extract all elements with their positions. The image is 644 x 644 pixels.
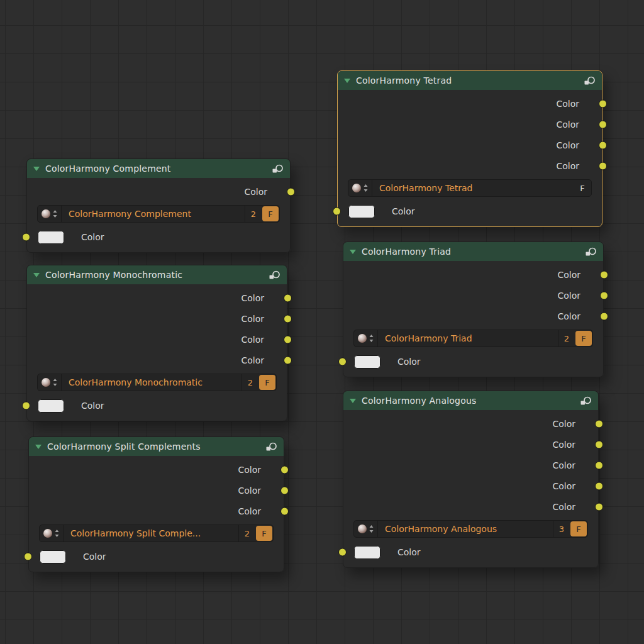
collapse-triangle-icon[interactable] <box>350 250 356 254</box>
fake-user-button[interactable]: F <box>570 521 587 536</box>
output-label: Color <box>556 140 579 150</box>
output-row: Color <box>343 413 598 434</box>
output-socket-color[interactable] <box>600 270 608 279</box>
user-count-button[interactable]: 3 <box>553 521 570 537</box>
node-outputs: Color Color Color <box>343 264 603 326</box>
output-socket-color[interactable] <box>284 294 292 302</box>
group-name-field[interactable]: ColorHarmony Monochromatic <box>62 374 242 391</box>
user-count-button[interactable]: 2 <box>238 525 255 541</box>
color-swatch[interactable] <box>40 550 66 564</box>
output-label: Color <box>556 161 579 171</box>
output-row: Color <box>27 287 287 308</box>
fake-user-button[interactable]: F <box>262 206 279 221</box>
group-name-field[interactable]: ColorHarmony Complement <box>62 206 245 222</box>
input-socket-color[interactable] <box>22 402 30 410</box>
browse-id-button[interactable] <box>348 180 372 196</box>
node-analogous[interactable]: ColorHarmony Analogous Color Color Color <box>343 391 599 568</box>
output-socket-color[interactable] <box>595 461 603 469</box>
output-row: Color <box>343 496 598 517</box>
node-complement[interactable]: ColorHarmony Complement Color <box>26 158 291 253</box>
collapse-triangle-icon[interactable] <box>344 79 350 83</box>
output-socket-color[interactable] <box>287 187 295 196</box>
node-split-complements[interactable]: ColorHarmony Split Complements Color Col… <box>28 436 284 572</box>
browse-chevrons-icon <box>369 524 374 534</box>
node-header[interactable]: ColorHarmony Tetrad <box>338 71 602 90</box>
collapse-triangle-icon[interactable] <box>33 167 40 171</box>
output-label: Color <box>552 502 575 512</box>
fake-user-button[interactable]: F <box>574 180 591 196</box>
output-socket-color[interactable] <box>599 99 607 108</box>
node-group-icon <box>580 396 592 406</box>
input-socket-color[interactable] <box>22 233 30 242</box>
fake-user-button[interactable]: F <box>259 375 275 390</box>
browse-id-button[interactable] <box>38 206 62 222</box>
output-socket-color[interactable] <box>284 356 292 364</box>
output-socket-color[interactable] <box>595 502 603 511</box>
output-label: Color <box>238 465 261 475</box>
input-socket-color[interactable] <box>24 553 32 561</box>
collapse-triangle-icon[interactable] <box>35 445 42 449</box>
collapse-triangle-icon[interactable] <box>33 273 40 277</box>
output-socket-color[interactable] <box>595 440 603 448</box>
input-socket-color[interactable] <box>333 208 341 216</box>
user-count-button[interactable]: 2 <box>245 206 262 222</box>
node-group-selector: ColorHarmony Complement 2 F <box>37 205 280 223</box>
output-socket-color[interactable] <box>284 335 292 343</box>
browse-id-button[interactable] <box>38 374 62 391</box>
output-socket-color[interactable] <box>600 291 608 299</box>
output-socket-color[interactable] <box>280 486 289 494</box>
node-outputs: Color Color Color Color <box>338 93 602 176</box>
output-row: Color <box>29 480 284 501</box>
browse-chevrons-icon <box>363 183 369 193</box>
user-count-button[interactable]: 2 <box>558 330 575 347</box>
group-name-field[interactable]: ColorHarmony Tetrad <box>372 180 574 196</box>
browse-id-button[interactable] <box>354 521 378 537</box>
output-socket-color[interactable] <box>595 419 603 428</box>
output-socket-color[interactable] <box>599 162 607 170</box>
node-group-selector: ColorHarmony Monochromatic 2 F <box>37 374 277 391</box>
color-swatch[interactable] <box>354 355 380 369</box>
node-triad[interactable]: ColorHarmony Triad Color Color Color <box>343 242 604 377</box>
node-header[interactable]: ColorHarmony Triad <box>343 242 603 261</box>
node-header[interactable]: ColorHarmony Monochromatic <box>27 265 287 284</box>
input-socket-color[interactable] <box>338 548 347 557</box>
user-count-button[interactable]: 2 <box>242 374 258 391</box>
output-label: Color <box>556 119 579 130</box>
output-label: Color <box>557 291 580 301</box>
output-socket-color[interactable] <box>595 482 603 490</box>
node-group-selector: ColorHarmony Analogous 3 F <box>353 520 588 538</box>
output-socket-color[interactable] <box>599 120 607 128</box>
output-socket-color[interactable] <box>284 314 292 323</box>
group-name-field[interactable]: ColorHarmony Split Comple... <box>64 525 238 541</box>
browse-id-button[interactable] <box>40 525 64 541</box>
color-swatch[interactable] <box>348 205 375 218</box>
output-socket-color[interactable] <box>599 141 607 149</box>
input-label: Color <box>81 401 104 411</box>
color-swatch[interactable] <box>38 231 64 244</box>
node-header[interactable]: ColorHarmony Complement <box>27 159 290 178</box>
node-monochromatic[interactable]: ColorHarmony Monochromatic Color Color C… <box>26 265 287 421</box>
material-sphere-icon <box>358 525 367 533</box>
output-row: Color <box>343 455 598 475</box>
output-socket-color[interactable] <box>280 507 289 515</box>
node-header[interactable]: ColorHarmony Split Complements <box>29 437 284 456</box>
node-editor-canvas[interactable]: ColorHarmony Tetrad Color Color Color <box>0 0 644 644</box>
node-outputs: Color Color Color Color <box>27 287 287 370</box>
output-label: Color <box>557 311 580 321</box>
input-socket-color[interactable] <box>338 358 347 366</box>
fake-user-button[interactable]: F <box>575 331 592 346</box>
color-swatch[interactable] <box>38 399 64 413</box>
output-row: Color <box>338 93 602 114</box>
color-swatch[interactable] <box>354 546 380 559</box>
output-socket-color[interactable] <box>600 312 608 320</box>
node-tetrad[interactable]: ColorHarmony Tetrad Color Color Color <box>337 70 602 227</box>
browse-id-button[interactable] <box>354 330 378 347</box>
fake-user-button[interactable]: F <box>256 526 272 541</box>
node-header[interactable]: ColorHarmony Analogous <box>343 391 598 410</box>
node-outputs: Color Color Color Color Color <box>343 413 598 517</box>
node-body: Color Color Color Color <box>27 284 287 421</box>
output-socket-color[interactable] <box>280 465 289 474</box>
group-name-field[interactable]: ColorHarmony Analogous <box>378 521 553 537</box>
group-name-field[interactable]: ColorHarmony Triad <box>378 330 558 347</box>
collapse-triangle-icon[interactable] <box>350 399 356 403</box>
